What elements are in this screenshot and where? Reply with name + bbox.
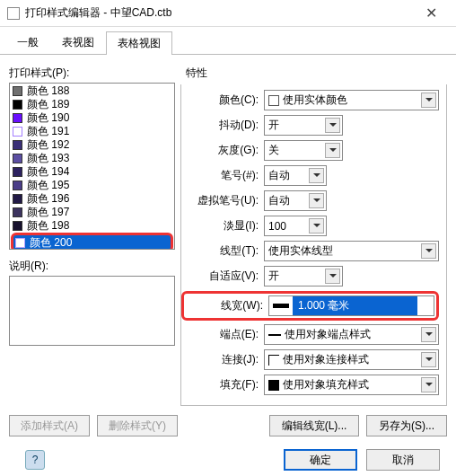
edit-lineweight-button[interactable]: 编辑线宽(L)... — [269, 415, 359, 436]
endstyle-value: 使用对象端点样式 — [285, 327, 371, 342]
color-value: 使用实体颜色 — [283, 93, 347, 108]
adapt-combo[interactable]: 开 — [264, 266, 343, 286]
tab-table[interactable]: 表视图 — [50, 31, 106, 54]
help-button[interactable]: ? — [25, 450, 45, 470]
chevron-down-icon — [421, 243, 436, 259]
adapt-value: 开 — [268, 269, 279, 284]
properties-label: 特性 — [180, 66, 447, 81]
gray-value: 关 — [268, 143, 279, 158]
joinstyle-label: 连接(J): — [181, 352, 264, 367]
list-item[interactable]: 颜色 195 — [11, 179, 173, 192]
gray-combo[interactable]: 关 — [264, 140, 343, 161]
window-title: 打印样式编辑器 - 中望CAD.ctb — [25, 5, 413, 21]
chevron-down-icon — [325, 143, 340, 158]
chevron-down-icon — [421, 352, 436, 367]
dither-value: 开 — [268, 118, 279, 133]
color-swatch-icon — [13, 221, 22, 231]
screen-value: 100 — [268, 220, 286, 233]
endstyle-combo[interactable]: 使用对象端点样式 — [264, 324, 439, 345]
color-swatch-icon — [13, 100, 22, 110]
styles-label: 打印样式(P): — [9, 66, 175, 81]
properties-panel: 颜色(C): 使用实体颜色 抖动(D): 开 — [180, 84, 447, 406]
color-checkbox-icon — [268, 95, 279, 106]
color-combo[interactable]: 使用实体颜色 — [264, 90, 439, 110]
pen-value: 自动 — [268, 168, 290, 183]
list-item[interactable]: 颜色 200 — [11, 233, 173, 250]
pen-spinner[interactable]: 自动 — [264, 165, 327, 186]
adapt-label: 自适应(V): — [181, 269, 264, 284]
tab-table-view[interactable]: 表格视图 — [106, 31, 172, 55]
list-item[interactable]: 颜色 189 — [11, 98, 173, 111]
save-as-button[interactable]: 另存为(S)... — [366, 415, 447, 436]
chevron-down-icon — [417, 296, 434, 315]
lineweight-value: 1.000 毫米 — [293, 296, 417, 315]
color-swatch-icon — [13, 140, 22, 150]
color-swatch-icon — [13, 207, 22, 217]
fill-icon — [268, 380, 279, 391]
gray-label: 灰度(G): — [181, 143, 264, 158]
dither-combo[interactable]: 开 — [264, 115, 343, 136]
list-item[interactable]: 颜色 198 — [11, 219, 173, 233]
tabs: 一般 表视图 表格视图 — [0, 27, 456, 55]
pen-label: 笔号(#): — [181, 168, 264, 183]
list-item[interactable]: 颜色 192 — [11, 138, 173, 152]
corner-icon — [268, 355, 279, 366]
spinner-icon — [309, 218, 324, 234]
list-item-label: 颜色 200 — [30, 235, 72, 251]
joinstyle-value: 使用对象连接样式 — [283, 352, 369, 367]
description-label: 说明(R): — [9, 259, 175, 274]
chevron-down-icon — [421, 327, 436, 342]
close-button[interactable]: ✕ — [413, 0, 449, 27]
dither-label: 抖动(D): — [181, 118, 264, 133]
chevron-down-icon — [325, 269, 340, 284]
lineweight-sample-icon — [269, 296, 293, 315]
chevron-down-icon — [421, 93, 436, 108]
joinstyle-combo[interactable]: 使用对象连接样式 — [264, 349, 439, 370]
linetype-label: 线型(T): — [181, 243, 264, 259]
color-swatch-icon — [13, 181, 22, 190]
color-swatch-icon — [13, 86, 22, 96]
screen-label: 淡显(I): — [181, 218, 264, 234]
list-item-label: 颜色 198 — [27, 218, 69, 234]
fillstyle-combo[interactable]: 使用对象填充样式 — [264, 375, 439, 395]
linetype-combo[interactable]: 使用实体线型 — [264, 241, 439, 261]
vpen-label: 虚拟笔号(U): — [181, 193, 264, 208]
chevron-down-icon — [421, 377, 436, 392]
list-item[interactable]: 颜色 197 — [11, 206, 173, 219]
tab-general[interactable]: 一般 — [5, 31, 50, 54]
lineweight-combo[interactable]: 1.000 毫米 — [268, 295, 434, 316]
vpen-spinner[interactable]: 自动 — [264, 190, 327, 211]
chevron-down-icon — [325, 118, 340, 133]
line-icon — [268, 334, 281, 336]
window-icon — [7, 7, 20, 20]
titlebar: 打印样式编辑器 - 中望CAD.ctb ✕ — [0, 0, 456, 27]
color-swatch-icon — [13, 194, 22, 204]
color-swatch-icon — [13, 113, 22, 123]
color-swatch-icon — [13, 127, 22, 137]
spinner-icon — [309, 168, 324, 183]
screen-spinner[interactable]: 100 — [264, 216, 327, 236]
fillstyle-label: 填充(F): — [181, 377, 264, 392]
list-item[interactable]: 颜色 190 — [11, 111, 173, 125]
add-style-button[interactable]: 添加样式(A) — [9, 415, 90, 436]
list-item[interactable]: 颜色 188 — [11, 84, 173, 98]
description-input[interactable] — [9, 276, 175, 346]
list-item[interactable]: 颜色 193 — [11, 152, 173, 165]
vpen-value: 自动 — [268, 193, 290, 208]
cancel-button[interactable]: 取消 — [366, 449, 440, 471]
list-item[interactable]: 颜色 191 — [11, 125, 173, 138]
lineweight-label: 线宽(W): — [186, 298, 268, 313]
color-swatch-icon — [13, 167, 22, 177]
linetype-value: 使用实体线型 — [268, 243, 333, 259]
styles-listbox[interactable]: 颜色 188颜色 189颜色 190颜色 191颜色 192颜色 193颜色 1… — [9, 83, 175, 250]
delete-style-button[interactable]: 删除样式(Y) — [97, 415, 178, 436]
list-item[interactable]: 颜色 194 — [11, 165, 173, 179]
lineweight-highlight: 线宽(W): 1.000 毫米 — [181, 291, 439, 321]
fillstyle-value: 使用对象填充样式 — [283, 377, 369, 392]
color-label: 颜色(C): — [181, 93, 264, 108]
list-item[interactable]: 颜色 196 — [11, 192, 173, 206]
color-swatch-icon — [13, 154, 22, 163]
spinner-icon — [309, 193, 324, 208]
endstyle-label: 端点(E): — [181, 327, 264, 342]
ok-button[interactable]: 确定 — [284, 449, 357, 471]
